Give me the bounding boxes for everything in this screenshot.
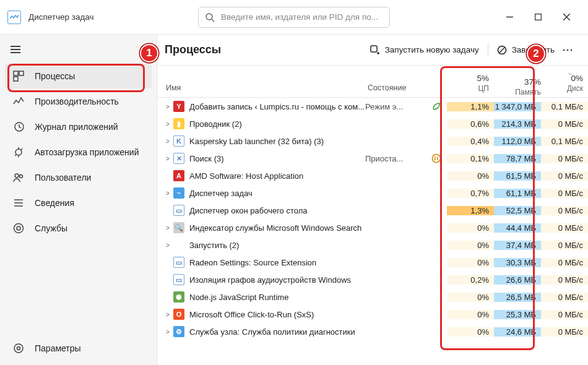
cell-cpu: 0% [447, 223, 494, 233]
expand-toggle[interactable]: > [162, 225, 173, 231]
titlebar: Диспетчер задач [0, 0, 588, 35]
expand-toggle[interactable]: > [162, 311, 173, 318]
svg-point-36 [571, 49, 573, 51]
cell-name: >OMicrosoft Office Click-to-Run (SxS) [157, 309, 365, 320]
expand-toggle[interactable]: > [162, 328, 173, 335]
hamburger-button[interactable] [2, 38, 28, 61]
table-row[interactable]: >YДобавить запись ‹ Lumpics.ru - помощь … [157, 98, 588, 115]
search-input[interactable] [221, 12, 383, 22]
cell-disk: 0 МБ/с [541, 327, 588, 337]
sidebar-item-settings[interactable]: Параметры [5, 336, 152, 361]
run-new-task-button[interactable]: Запустить новую задачу [365, 40, 484, 61]
table-row[interactable]: >KKaspersky Lab launcher (32 бита) (3)0,… [157, 132, 588, 150]
sidebar-item-label: Сведения [35, 198, 74, 208]
process-name: Node.js JavaScript Runtime [189, 293, 288, 302]
run-icon [370, 45, 380, 55]
svg-point-25 [14, 344, 23, 353]
col-mem[interactable]: ⌵ 37%Память [494, 70, 541, 97]
toolbar: Процессы Запустить новую задачу Завершит… [157, 35, 588, 66]
sidebar-item-history[interactable]: Журнал приложений [5, 114, 152, 139]
svg-point-35 [567, 49, 569, 51]
expand-toggle[interactable]: > [162, 242, 173, 249]
svg-rect-10 [19, 71, 24, 75]
cell-name: ⬢Node.js JavaScript Runtime [157, 291, 365, 303]
cell-cpu: 0% [447, 171, 494, 181]
svg-rect-9 [14, 71, 18, 75]
table-row[interactable]: >~Диспетчер задач0,7%61,1 МБ0 МБ/с [157, 184, 588, 202]
search-box[interactable] [198, 7, 390, 28]
table-row[interactable]: >OMicrosoft Office Click-to-Run (SxS)0%2… [157, 306, 588, 323]
table-row[interactable]: ▭Radeon Settings: Source Extension0%30,3… [157, 254, 588, 271]
more-button[interactable] [560, 40, 581, 61]
col-state[interactable]: Состояние [365, 84, 426, 97]
svg-point-0 [206, 14, 212, 20]
process-icon: ⬢ [173, 291, 184, 303]
sidebar-item-label: Параметры [35, 343, 81, 353]
process-icon: Y [173, 101, 184, 112]
cell-mem: 214,3 МБ [494, 119, 541, 129]
cell-cpu: 0% [447, 327, 494, 337]
table-row[interactable]: >▮Проводник (2)0,6%214,3 МБ0 МБ/с [157, 115, 588, 132]
gear-icon [12, 342, 25, 354]
expand-toggle[interactable]: > [162, 103, 173, 110]
process-name: Поиск (3) [189, 154, 224, 163]
process-icon: ~ [173, 187, 184, 199]
cell-name: AAMD Software: Host Application [157, 170, 365, 181]
table-row[interactable]: >Запустить (2)0%37,4 МБ0 МБ/с [157, 236, 588, 254]
cell-mem: 26,6 МБ [494, 275, 541, 285]
process-icon: 🔍 [173, 222, 184, 233]
close-button[interactable] [552, 7, 581, 27]
cell-name: ▭Диспетчер окон рабочего стола [157, 205, 365, 216]
cell-cpu: 0,6% [447, 119, 494, 129]
end-task-button[interactable]: Завершить [492, 40, 560, 61]
services-icon [12, 222, 25, 234]
sidebar-item-services[interactable]: Службы [5, 216, 152, 241]
table-row[interactable]: >✕Поиск (3)Приоста...0,1%78,7 МБ0 МБ/с [157, 150, 588, 167]
process-name: AMD Software: Host Application [189, 171, 303, 181]
expand-toggle[interactable]: > [162, 190, 173, 197]
app-icon [7, 11, 21, 24]
expand-toggle[interactable]: > [162, 121, 173, 127]
maximize-button[interactable] [524, 7, 552, 27]
table-row[interactable]: ▭Изоляция графов аудиоустройств Windows0… [157, 271, 588, 288]
col-cpu[interactable]: 5%ЦП [447, 70, 494, 97]
stop-icon [497, 45, 507, 55]
cell-mem: 112,0 МБ [494, 137, 541, 146]
table-row[interactable]: ▭Диспетчер окон рабочего стола1,3%52,5 М… [157, 202, 588, 219]
sidebar-item-startup[interactable]: Автозагрузка приложений [5, 140, 152, 165]
table-row[interactable]: >🔍Индексатор службы Microsoft Windows Se… [157, 219, 588, 236]
process-icon: ▭ [173, 257, 184, 268]
annotation-badge-2: 2 [527, 45, 545, 63]
processes-icon [12, 70, 25, 82]
cell-mem: 26,5 МБ [494, 293, 541, 302]
sort-indicator: ⌵ [568, 69, 572, 77]
process-name: Проводник (2) [189, 119, 242, 129]
cell-mem: 24,6 МБ [494, 327, 541, 337]
cell-name: >Запустить (2) [157, 239, 365, 251]
cell-name: >YДобавить запись ‹ Lumpics.ru - помощь … [157, 101, 365, 112]
col-disk[interactable]: 0%Диск [541, 70, 588, 97]
process-icon: ▮ [173, 118, 184, 129]
table-row[interactable]: AAMD Software: Host Application0%61,5 МБ… [157, 167, 588, 184]
expand-toggle[interactable]: > [162, 138, 173, 145]
table-row[interactable]: >⚙Служба узла: Служба политики диагности… [157, 323, 588, 340]
cell-name: >✕Поиск (3) [157, 153, 365, 164]
minimize-button[interactable] [495, 7, 524, 27]
sidebar-item-performance[interactable]: Производительность [5, 89, 152, 114]
sidebar-item-processes[interactable]: Процессы [5, 64, 152, 88]
cell-disk: 0 МБ/с [541, 310, 588, 319]
performance-icon [12, 95, 25, 108]
sidebar-item-users[interactable]: Пользователи [5, 165, 152, 190]
process-icon: A [173, 170, 184, 181]
svg-rect-11 [14, 77, 18, 81]
cell-disk: 0 МБ/с [541, 206, 588, 215]
cell-mem: 78,7 МБ [494, 154, 541, 163]
cell-name: ▭Radeon Settings: Source Extension [157, 257, 365, 268]
svg-point-34 [563, 49, 565, 51]
col-name[interactable]: Имя [157, 84, 365, 97]
expand-toggle[interactable]: > [162, 155, 173, 162]
cell-mem: 37,4 МБ [494, 241, 541, 250]
table-row[interactable]: ⬢Node.js JavaScript Runtime0%26,5 МБ0 МБ… [157, 288, 588, 306]
sidebar-item-details[interactable]: Сведения [5, 191, 152, 215]
svg-point-19 [20, 175, 23, 178]
